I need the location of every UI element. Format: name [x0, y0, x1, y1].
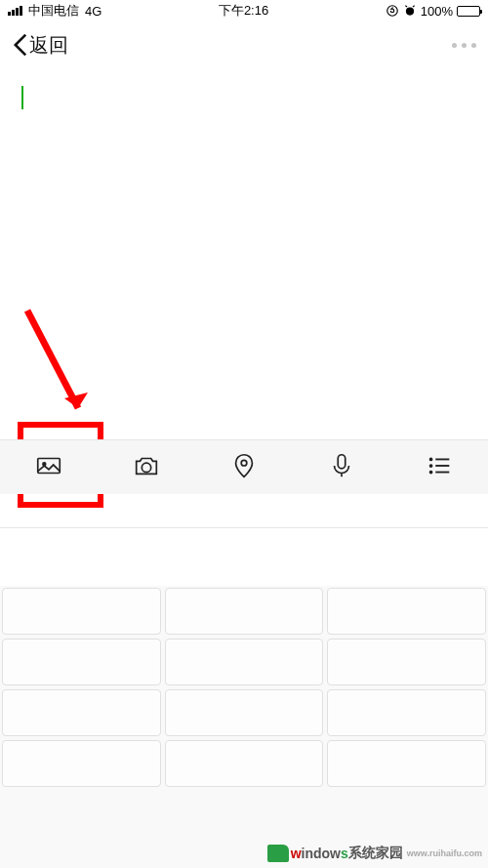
keyboard-key[interactable] — [165, 639, 324, 685]
location-button[interactable] — [195, 451, 293, 484]
battery-icon — [457, 6, 480, 17]
signal-icon — [8, 6, 22, 16]
list-icon — [425, 451, 454, 484]
image-icon — [34, 451, 63, 484]
nav-bar: 返回 — [0, 21, 488, 68]
editor-toolbar — [0, 439, 488, 494]
watermark-text: 系统家园 — [348, 845, 403, 862]
keyboard-key[interactable] — [2, 639, 161, 685]
svg-line-2 — [27, 310, 78, 408]
alarm-icon — [403, 4, 417, 18]
voice-icon — [327, 451, 356, 484]
status-bar: 中国电信 4G 下午2:16 100% — [0, 0, 488, 21]
voice-button[interactable] — [293, 451, 390, 484]
location-icon — [229, 451, 259, 484]
svg-point-9 — [430, 458, 432, 460]
keyboard-key[interactable] — [165, 689, 324, 736]
text-cursor — [21, 86, 23, 109]
battery-pct-label: 100% — [421, 4, 453, 19]
list-button[interactable] — [390, 451, 488, 484]
rotation-lock-icon — [386, 4, 399, 18]
svg-marker-3 — [64, 393, 88, 408]
keyboard-key[interactable] — [165, 740, 324, 787]
keyboard-key[interactable] — [2, 740, 161, 787]
svg-point-1 — [406, 8, 414, 16]
svg-point-6 — [142, 463, 150, 472]
annotation-arrow — [18, 303, 105, 430]
watermark-text: indow — [302, 846, 341, 861]
keyboard-key[interactable] — [327, 639, 486, 685]
camera-button[interactable] — [98, 451, 195, 484]
insert-image-button[interactable] — [0, 451, 98, 484]
svg-point-13 — [430, 471, 432, 473]
watermark: windows系统家园 www.ruihaifu.com — [267, 845, 482, 862]
more-button[interactable] — [452, 43, 476, 48]
back-button[interactable]: 返回 — [12, 32, 68, 59]
watermark-url: www.ruihaifu.com — [407, 848, 482, 858]
watermark-text: w — [291, 846, 302, 861]
back-label: 返回 — [29, 32, 68, 59]
keyboard-key[interactable] — [2, 588, 161, 635]
svg-point-11 — [430, 465, 432, 467]
svg-rect-4 — [38, 458, 61, 473]
clock-label: 下午2:16 — [219, 2, 268, 20]
carrier-label: 中国电信 — [28, 2, 79, 20]
keyboard-key[interactable] — [2, 689, 161, 736]
watermark-logo-icon — [267, 845, 289, 862]
camera-icon — [132, 451, 161, 484]
svg-point-7 — [241, 460, 247, 466]
keyboard-key[interactable] — [327, 740, 486, 787]
keyboard-key[interactable] — [327, 689, 486, 736]
network-label: 4G — [85, 4, 102, 19]
svg-rect-8 — [338, 454, 346, 468]
separator — [0, 527, 488, 528]
keyboard-key[interactable] — [165, 588, 324, 635]
note-editor[interactable] — [0, 68, 488, 109]
keyboard-key[interactable] — [327, 588, 486, 635]
watermark-text: s — [341, 846, 348, 861]
keyboard-area[interactable] — [0, 586, 488, 868]
